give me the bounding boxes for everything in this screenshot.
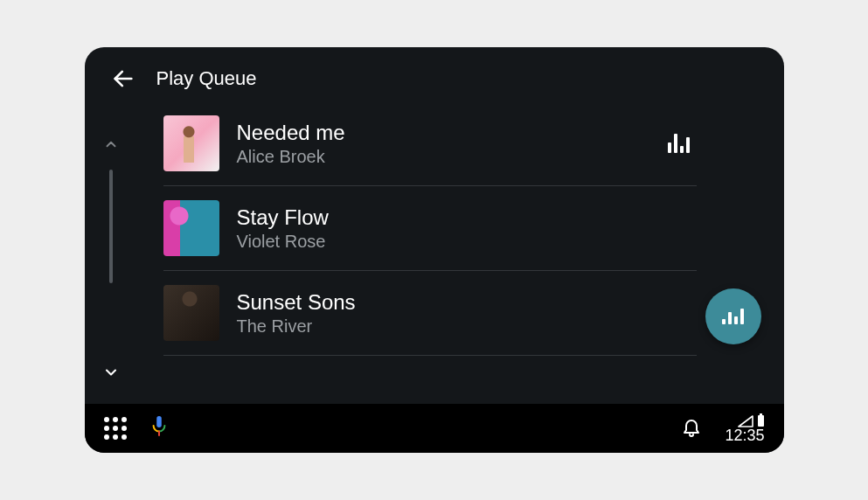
- mic-button[interactable]: [149, 415, 169, 441]
- status-cluster: 12:35: [725, 413, 764, 443]
- back-button[interactable]: [109, 65, 137, 93]
- album-art: [163, 200, 219, 256]
- track-title: Needed me: [237, 121, 650, 145]
- scroll-up-button[interactable]: [100, 133, 122, 159]
- now-playing-fab[interactable]: [705, 288, 761, 344]
- track-info: Sunset Sons The River: [237, 290, 697, 337]
- svg-rect-1: [156, 416, 162, 427]
- chevron-down-icon: [102, 364, 120, 381]
- equalizer-icon: [668, 134, 690, 153]
- arrow-left-icon: [111, 66, 135, 91]
- scroll-down-button[interactable]: [99, 360, 123, 388]
- clock: 12:35: [725, 427, 764, 443]
- queue-item[interactable]: Stay Flow Violet Rose: [163, 186, 697, 271]
- track-info: Needed me Alice Broek: [237, 121, 650, 167]
- track-title: Sunset Sons: [237, 290, 697, 315]
- album-art: [163, 285, 219, 341]
- scroll-track[interactable]: [109, 170, 113, 283]
- signal-icon: [738, 415, 753, 427]
- scroll-indicator: [85, 108, 137, 404]
- notifications-button[interactable]: [681, 416, 702, 441]
- track-artist: Alice Broek: [237, 147, 650, 167]
- track-info: Stay Flow Violet Rose: [237, 205, 697, 252]
- mic-icon: [149, 415, 169, 438]
- queue-item[interactable]: Needed me Alice Broek: [163, 108, 697, 186]
- page-title: Play Queue: [156, 67, 257, 90]
- queue-item[interactable]: Sunset Sons The River: [163, 271, 697, 356]
- track-artist: Violet Rose: [237, 232, 697, 252]
- equalizer-icon: [722, 309, 744, 324]
- status-icons: [738, 413, 765, 427]
- svg-rect-4: [760, 413, 762, 415]
- chevron-up-icon: [103, 136, 119, 152]
- album-art: [163, 115, 219, 171]
- bottom-bar: 12:35: [85, 404, 784, 453]
- content-area: Needed me Alice Broek Stay Flow Violet R…: [85, 108, 784, 404]
- track-title: Stay Flow: [237, 205, 697, 230]
- media-player-screen: Play Queue Needed me Alice Broek: [85, 47, 784, 453]
- header: Play Queue: [85, 47, 784, 108]
- track-artist: The River: [237, 316, 697, 337]
- queue-list: Needed me Alice Broek Stay Flow Violet R…: [137, 108, 784, 404]
- battery-icon: [757, 413, 765, 427]
- svg-rect-3: [758, 415, 764, 427]
- apps-button[interactable]: [104, 417, 127, 440]
- bell-icon: [681, 416, 702, 437]
